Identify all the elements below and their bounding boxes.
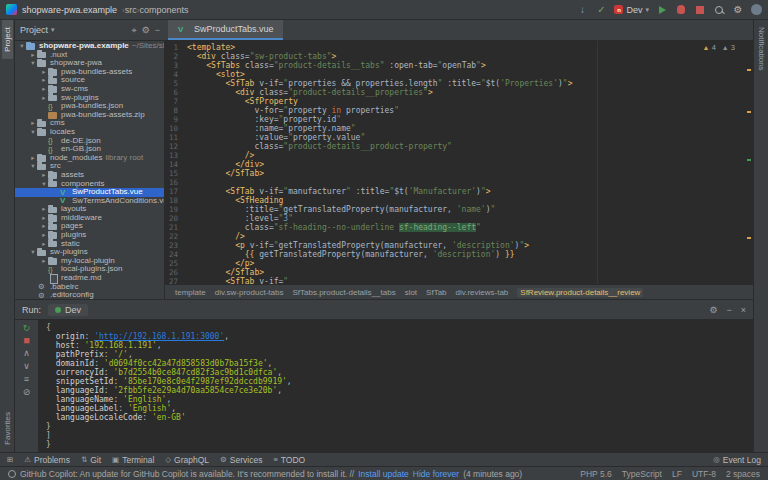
chevron-right-icon[interactable]: ▸ [40, 231, 48, 240]
project-panel-header[interactable]: Project ▾ ⌖ ⚙ − [15, 20, 165, 40]
tool-window-tab-git[interactable]: ⇅Git [81, 455, 101, 465]
status-item-utf-8[interactable]: UTF-8 [692, 469, 716, 479]
scroll-down-icon[interactable]: ∨ [23, 361, 30, 371]
chevron-right-icon[interactable]: ▸ [40, 240, 48, 249]
chevron-right-icon[interactable]: ▸ [40, 205, 48, 214]
code-line-15[interactable]: 15 </SfTab> [165, 169, 753, 178]
code-line-17[interactable]: 17 <SfTab v-if="manufacturer" :title="$t… [165, 187, 753, 196]
rerun-button[interactable]: ↻ [23, 323, 31, 333]
chevron-right-icon[interactable]: ▸ [29, 119, 37, 128]
chevron-down-icon[interactable]: ▾ [18, 42, 26, 51]
run-tab-dev[interactable]: Dev [48, 304, 88, 316]
tool-window-tab-notifications[interactable]: Notifications [756, 20, 767, 78]
code-line-22[interactable]: 22 /> [165, 232, 753, 241]
tool-window-tab-favorites[interactable]: Favorites [2, 405, 13, 452]
code-area[interactable]: 1<template>2 <div class="sw-product-tabs… [165, 41, 753, 284]
tree-item-cms[interactable]: ▸cms [15, 119, 164, 128]
titlebar-path-src[interactable]: src [125, 5, 137, 15]
locate-file-icon[interactable]: ⌖ [132, 25, 137, 36]
debug-button[interactable] [675, 3, 687, 17]
tree-item-swtermsandconditions-vue[interactable]: SwTermsAndConditions.vue [15, 197, 164, 206]
tree-item-editorconfig[interactable]: .editorconfig [15, 291, 164, 299]
code-line-18[interactable]: 18 <SfHeading [165, 196, 753, 205]
tool-window-tab-problems[interactable]: ⚠Problems [24, 455, 70, 465]
code-line-1[interactable]: 1<template> [165, 43, 753, 52]
minimize-panel-icon[interactable]: − [726, 305, 731, 315]
code-line-8[interactable]: 8 v-for="property in properties" [165, 106, 753, 115]
chevron-right-icon[interactable]: ▸ [40, 214, 48, 223]
code-line-19[interactable]: 19 :title="getTranslatedProperty(manufac… [165, 205, 753, 214]
code-line-6[interactable]: 6 <div class="product-details__propertie… [165, 88, 753, 97]
install-update-link[interactable]: Install update [358, 469, 409, 479]
code-line-24[interactable]: 24 {{ getTranslatedProperty(manufacturer… [165, 250, 753, 259]
tool-window-tab-graphql[interactable]: ◇GraphQL [165, 455, 209, 465]
hide-forever-link[interactable]: Hide forever [413, 469, 459, 479]
code-line-4[interactable]: 4 <slot> [165, 70, 753, 79]
tool-window-tab-project[interactable]: Project [2, 20, 13, 59]
tool-window-tab-terminal[interactable]: ▣Terminal [112, 455, 154, 465]
code-line-12[interactable]: 12 class="product-details__product-prope… [165, 142, 753, 151]
code-line-11[interactable]: 11 :value="property.value" [165, 133, 753, 142]
titlebar-path-components[interactable]: components [139, 5, 188, 15]
close-panel-icon[interactable]: × [741, 305, 746, 315]
breadcrumb-item-sftabs-product-details-tabs[interactable]: SfTabs.product-details__tabs [292, 288, 395, 297]
code-line-21[interactable]: 21 class="sf-heading--no-underline sf-he… [165, 223, 753, 232]
breadcrumb-item-sfreview-product-details-review[interactable]: SfReview.product-details__review [517, 288, 643, 297]
tree-item-pwa-bundles-assets-zip[interactable]: pwa-bundles-assets.zip [15, 111, 164, 120]
tool-windows-icon[interactable]: ⊞ [7, 455, 13, 464]
chevron-right-icon[interactable]: ▸ [40, 76, 48, 85]
breadcrumb-item-slot[interactable]: slot [405, 288, 417, 297]
editor-tab-swproducttabs[interactable]: SwProductTabs.vue [168, 20, 283, 40]
scrollbar-mark[interactable] [747, 111, 751, 113]
settings-gear-icon[interactable]: ⚙ [732, 3, 744, 17]
code-line-25[interactable]: 25 </p> [165, 259, 753, 268]
code-line-10[interactable]: 10 :name="property.name" [165, 124, 753, 133]
breadcrumb-item-div-reviews-tab[interactable]: div.reviews-tab [456, 288, 509, 297]
tool-window-tab-services[interactable]: ⚙Services [220, 455, 262, 465]
code-line-13[interactable]: 13 /> [165, 151, 753, 160]
breadcrumb-item-div-sw-product-tabs[interactable]: div.sw-product-tabs [215, 288, 284, 297]
stop-button[interactable] [694, 3, 706, 17]
avatar[interactable] [751, 4, 762, 15]
panel-settings-gear-icon[interactable]: ⚙ [142, 25, 150, 36]
scroll-up-icon[interactable]: ∧ [23, 348, 30, 358]
code-line-27[interactable]: 27 <SfTab v-if=" [165, 277, 753, 284]
tree-item-middleware[interactable]: ▸middleware [15, 214, 164, 223]
code-line-9[interactable]: 9 :key="property.id" [165, 115, 753, 124]
code-line-16[interactable]: 16 [165, 178, 753, 187]
code-line-14[interactable]: 14 </div> [165, 160, 753, 169]
git-commit-icon[interactable]: ✓ [595, 3, 607, 17]
event-log-tab[interactable]: ◎ Event Log [713, 455, 761, 465]
chevron-right-icon[interactable]: ▸ [40, 257, 48, 266]
tree-item-static[interactable]: ▸static [15, 240, 164, 249]
status-item-lf[interactable]: LF [672, 469, 682, 479]
stop-process-button[interactable]: ◼ [23, 336, 30, 345]
chevron-right-icon[interactable]: ▸ [40, 85, 48, 94]
tree-item-pwa-bundles-assets[interactable]: ▸pwa-bundles-assets [15, 68, 164, 77]
code-line-7[interactable]: 7 <SfProperty [165, 97, 753, 106]
code-line-26[interactable]: 26 </SfTab> [165, 268, 753, 277]
tree-item-src[interactable]: ▾src [15, 162, 164, 171]
search-everywhere-icon[interactable] [713, 3, 725, 17]
hide-panel-icon[interactable]: − [155, 25, 160, 36]
run-configuration-select[interactable]: Dev ▾ [614, 5, 649, 15]
run-console[interactable]: { origin: 'http://192.168.1.191:3000', h… [39, 320, 753, 452]
chevron-right-icon[interactable]: ▸ [40, 171, 48, 180]
chevron-right-icon[interactable]: ▸ [40, 68, 48, 77]
status-item-typescript[interactable]: TypeScript [622, 469, 662, 479]
chevron-down-icon[interactable]: ▾ [29, 162, 37, 171]
status-item-php-5-6[interactable]: PHP 5.6 [580, 469, 612, 479]
code-line-23[interactable]: 23 <p v-if="getTranslatedProperty(manufa… [165, 241, 753, 250]
tree-item-node-modules[interactable]: ▸node_moduleslibrary root [15, 154, 164, 163]
chevron-down-icon[interactable]: ▾ [51, 26, 55, 34]
code-line-2[interactable]: 2 <div class="sw-product-tabs"> [165, 52, 753, 61]
console-link[interactable]: 'http://192.168.1.191:3000' [94, 332, 224, 341]
breadcrumb-item-template[interactable]: template [175, 288, 206, 297]
chevron-right-icon[interactable]: ▸ [40, 94, 48, 103]
run-button[interactable] [656, 3, 668, 17]
chevron-down-icon[interactable]: ▾ [29, 248, 37, 257]
git-update-icon[interactable]: ↓ [576, 3, 588, 17]
titlebar-project-name[interactable]: shopware-pwa.example [22, 5, 117, 15]
breadcrumb-item-sftab[interactable]: SfTab [426, 288, 446, 297]
tree-item-readme-md[interactable]: readme.md [15, 274, 164, 283]
